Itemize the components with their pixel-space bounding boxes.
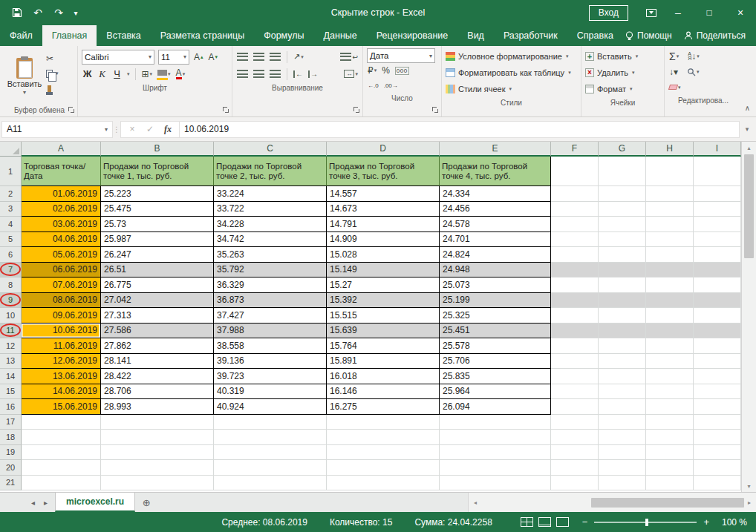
tab-help[interactable]: Справка <box>567 25 623 46</box>
accounting-format-button[interactable]: ₽▾ <box>367 65 377 76</box>
cell-E13[interactable]: 25.706 <box>440 354 551 370</box>
row-header-12[interactable]: 12 <box>0 338 22 354</box>
ribbon-display-options-button[interactable] <box>640 0 662 25</box>
underline-dropdown-icon[interactable]: ▾ <box>127 71 130 77</box>
zoom-slider-thumb[interactable] <box>645 519 648 526</box>
cell-C10[interactable]: 37.427 <box>214 308 327 324</box>
cell-I4[interactable] <box>694 217 741 232</box>
formula-input[interactable]: 10.06.2019 <box>180 121 740 138</box>
align-center-button[interactable] <box>252 70 265 78</box>
cell-H15[interactable] <box>646 384 694 400</box>
delete-cells-button[interactable]: × Удалить ▾ <box>585 65 660 81</box>
cell-B4[interactable]: 25.73 <box>101 217 214 232</box>
cell-A6[interactable]: 05.06.2019 <box>22 247 101 263</box>
row-header-20[interactable]: 20 <box>0 460 22 476</box>
percent-style-button[interactable]: % <box>381 65 391 76</box>
cancel-icon[interactable]: × <box>124 124 140 134</box>
row-header-1[interactable]: 1 <box>0 157 22 186</box>
increase-indent-button[interactable]: → <box>307 70 319 78</box>
cell-D13[interactable]: 15.891 <box>327 354 440 370</box>
underline-button[interactable]: Ч <box>111 68 123 79</box>
cell-E12[interactable]: 25.578 <box>440 338 551 354</box>
cell-C1[interactable]: Продажи по Торговой точке 2, тыс. руб. <box>214 157 327 186</box>
sort-filter-button[interactable]: АЯ↓▾ <box>687 51 700 62</box>
cell-C15[interactable]: 40.319 <box>214 384 327 400</box>
align-right-button[interactable] <box>269 70 281 78</box>
cell-I19[interactable] <box>694 445 741 461</box>
cell-E2[interactable]: 24.334 <box>440 186 551 202</box>
column-header-H[interactable]: H <box>646 142 694 157</box>
cell-D21[interactable] <box>327 476 440 491</box>
undo-button[interactable]: ↶ <box>28 3 48 22</box>
cell-G1[interactable] <box>599 157 646 186</box>
font-color-button[interactable]: А▾ <box>175 68 186 79</box>
cell-H16[interactable] <box>646 399 694 415</box>
row-header-13[interactable]: 13 <box>0 354 22 370</box>
cell-D15[interactable]: 16.146 <box>327 384 440 400</box>
grow-font-button[interactable]: А▴ <box>193 52 204 62</box>
cell-A16[interactable]: 15.06.2019 <box>22 399 101 415</box>
row-header-9[interactable]: 9 <box>0 293 22 309</box>
row-header-4[interactable]: 4 <box>0 217 22 232</box>
format-painter-button[interactable] <box>46 82 59 94</box>
cell-I11[interactable] <box>694 324 741 339</box>
align-top-button[interactable] <box>236 53 249 61</box>
cell-I15[interactable] <box>694 384 741 400</box>
cell-C21[interactable] <box>214 476 327 491</box>
cell-A18[interactable] <box>22 430 101 445</box>
paste-button[interactable]: Вставить ▾ <box>5 48 44 105</box>
collapse-ribbon-button[interactable]: ∧ <box>745 104 750 112</box>
cell-C3[interactable]: 33.722 <box>214 202 327 217</box>
tab-formulas[interactable]: Формулы <box>254 25 313 46</box>
close-button[interactable]: × <box>725 0 756 25</box>
cell-C5[interactable]: 34.742 <box>214 232 327 248</box>
cell-styles-button[interactable]: Стили ячеек ▾ <box>446 81 577 97</box>
cell-G14[interactable] <box>599 369 646 384</box>
cell-F21[interactable] <box>551 476 599 491</box>
shrink-font-button[interactable]: А▾ <box>208 52 219 62</box>
horizontal-scrollbar-thumb[interactable] <box>591 498 744 508</box>
row-header-21[interactable]: 21 <box>0 476 22 491</box>
cell-C17[interactable] <box>214 415 327 430</box>
cell-E9[interactable]: 25.199 <box>440 293 551 309</box>
column-header-G[interactable]: G <box>599 142 646 157</box>
cell-A3[interactable]: 02.06.2019 <box>22 202 101 217</box>
cell-A12[interactable]: 11.06.2019 <box>22 338 101 354</box>
cell-C14[interactable]: 39.723 <box>214 369 327 384</box>
cell-A20[interactable] <box>22 460 101 476</box>
name-box[interactable]: A11 ▾ <box>1 121 113 138</box>
cell-G2[interactable] <box>599 186 646 202</box>
cell-E3[interactable]: 24.456 <box>440 202 551 217</box>
cell-B13[interactable]: 28.141 <box>101 354 214 370</box>
cell-G13[interactable] <box>599 354 646 370</box>
cell-I12[interactable] <box>694 338 741 354</box>
row-header-17[interactable]: 17 <box>0 415 22 430</box>
row-header-15[interactable]: 15 <box>0 384 22 400</box>
cut-button[interactable]: ✂ <box>46 53 59 65</box>
number-format-select[interactable]: Дата ▾ <box>367 48 435 63</box>
share-button[interactable]: Поделиться <box>684 30 746 41</box>
signin-button[interactable]: Вход <box>589 5 628 21</box>
cell-D20[interactable] <box>327 460 440 476</box>
fill-color-button[interactable]: ▾ <box>157 71 172 77</box>
cell-H20[interactable] <box>646 460 694 476</box>
cell-H12[interactable] <box>646 338 694 354</box>
cell-G12[interactable] <box>599 338 646 354</box>
merge-center-button[interactable]: ↔▾ <box>343 70 359 78</box>
row-header-2[interactable]: 2 <box>0 186 22 202</box>
autosum-button[interactable]: Σ▾ <box>668 50 680 62</box>
cell-D18[interactable] <box>327 430 440 445</box>
cell-H3[interactable] <box>646 202 694 217</box>
cell-E10[interactable]: 25.325 <box>440 308 551 324</box>
tab-insert[interactable]: Вставка <box>97 25 150 46</box>
row-header-18[interactable]: 18 <box>0 430 22 445</box>
cell-I2[interactable] <box>694 186 741 202</box>
cell-G11[interactable] <box>599 324 646 339</box>
cell-C12[interactable]: 38.558 <box>214 338 327 354</box>
cell-A10[interactable]: 09.06.2019 <box>22 308 101 324</box>
cell-H17[interactable] <box>646 415 694 430</box>
cell-E17[interactable] <box>440 415 551 430</box>
cell-G17[interactable] <box>599 415 646 430</box>
cell-F9[interactable] <box>551 293 599 309</box>
paste-dropdown-icon[interactable]: ▾ <box>23 89 26 96</box>
